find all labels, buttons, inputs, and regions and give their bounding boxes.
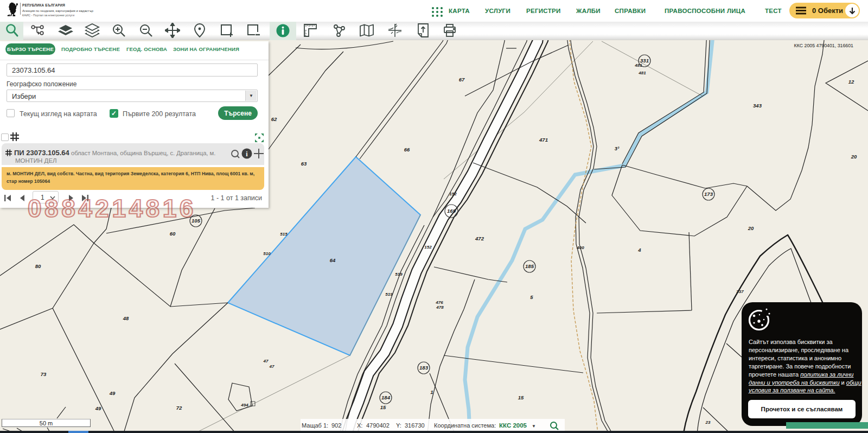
svg-text:73: 73	[41, 371, 47, 377]
svg-text:515: 515	[280, 232, 288, 237]
svg-text:471: 471	[539, 137, 548, 143]
svg-text:47: 47	[263, 359, 269, 364]
svg-text:472: 472	[475, 235, 484, 241]
svg-text:62: 62	[271, 116, 277, 122]
svg-text:169: 169	[447, 208, 456, 214]
svg-text:63: 63	[301, 161, 307, 167]
svg-text:80: 80	[35, 263, 41, 269]
svg-text:49: 49	[109, 390, 116, 396]
svg-text:510: 510	[263, 251, 271, 256]
svg-text:66: 66	[404, 147, 410, 152]
svg-text:185: 185	[525, 263, 534, 269]
svg-text:152: 152	[424, 245, 432, 250]
svg-text:184: 184	[381, 394, 391, 400]
svg-text:72: 72	[176, 405, 182, 411]
svg-text:5: 5	[530, 294, 533, 300]
svg-text:481: 481	[638, 71, 646, 75]
svg-text:48: 48	[123, 315, 129, 321]
svg-text:519: 519	[395, 272, 403, 277]
svg-text:331: 331	[640, 58, 649, 63]
svg-text:152: 152	[449, 192, 457, 196]
svg-text:47: 47	[269, 364, 275, 369]
svg-text:12: 12	[848, 79, 854, 85]
svg-text:343: 343	[753, 103, 762, 109]
svg-text:478: 478	[436, 305, 444, 310]
svg-text:173: 173	[704, 191, 713, 197]
svg-text:23: 23	[705, 420, 711, 425]
svg-text:519: 519	[385, 292, 393, 297]
svg-text:49: 49	[95, 405, 101, 411]
svg-text:67: 67	[459, 77, 465, 82]
svg-text:337: 337	[736, 289, 744, 294]
svg-text:400: 400	[576, 245, 584, 250]
svg-text:3³: 3³	[615, 145, 620, 151]
svg-text:64: 64	[330, 257, 336, 263]
svg-text:60: 60	[170, 231, 176, 237]
svg-text:1: 1	[430, 389, 433, 395]
svg-text:476: 476	[435, 300, 443, 305]
svg-text:15: 15	[380, 404, 386, 410]
svg-text:20: 20	[851, 154, 857, 160]
svg-text:20: 20	[748, 225, 754, 231]
svg-text:494: 494	[240, 403, 248, 407]
svg-text:183: 183	[419, 365, 429, 371]
svg-text:15: 15	[518, 394, 524, 400]
svg-text:4: 4	[637, 247, 641, 253]
